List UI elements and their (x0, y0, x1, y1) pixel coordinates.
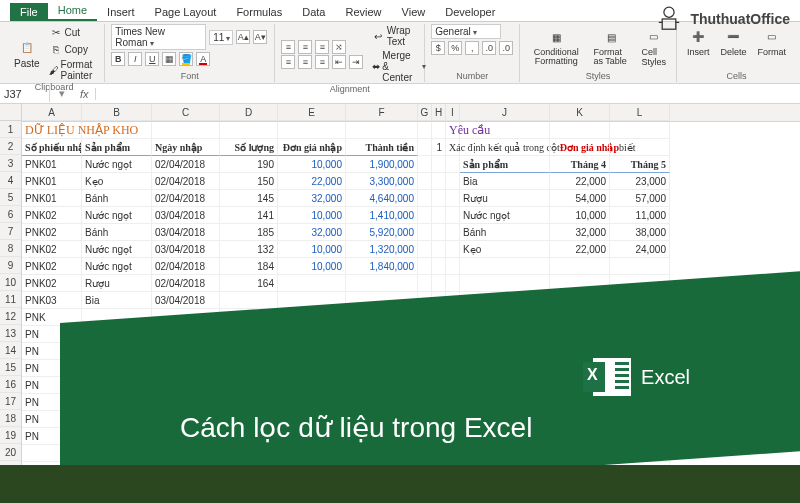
col-H[interactable]: H (432, 104, 446, 121)
cell[interactable] (346, 275, 418, 292)
cell[interactable] (460, 326, 550, 343)
cell[interactable] (432, 428, 446, 445)
cell[interactable]: Xác định kết quả trong cột Đơn giá nhập … (446, 139, 460, 156)
cell[interactable] (418, 139, 432, 156)
cell[interactable]: 02/04/2018 (152, 156, 220, 173)
cell[interactable] (346, 411, 418, 428)
cell[interactable]: 145 (220, 190, 278, 207)
cell[interactable] (432, 258, 446, 275)
cell[interactable] (460, 275, 550, 292)
row-16[interactable]: 16 (0, 376, 21, 393)
cell[interactable] (432, 224, 446, 241)
cut-button[interactable]: ✂Cut (47, 24, 99, 40)
cell[interactable] (278, 326, 346, 343)
cell[interactable]: 32,000 (278, 224, 346, 241)
cell[interactable]: Đơn giá nhập (278, 139, 346, 156)
cell[interactable] (446, 207, 460, 224)
cell[interactable]: 4,640,000 (346, 190, 418, 207)
cell[interactable]: 1,320,000 (346, 241, 418, 258)
cell[interactable]: 10,000 (278, 156, 346, 173)
cell[interactable] (418, 326, 432, 343)
orientation-button[interactable]: ⤭ (332, 40, 346, 54)
cell[interactable] (22, 445, 82, 462)
row-13[interactable]: 13 (0, 325, 21, 342)
cell[interactable] (22, 462, 82, 479)
cell[interactable] (220, 122, 278, 139)
cell[interactable] (460, 309, 550, 326)
row-10[interactable]: 10 (0, 274, 21, 291)
cell[interactable] (82, 428, 152, 445)
cell[interactable] (152, 428, 220, 445)
cell[interactable] (418, 173, 432, 190)
cell[interactable] (418, 292, 432, 309)
cell[interactable] (446, 394, 460, 411)
cell[interactable]: PNK (22, 309, 82, 326)
cell[interactable] (460, 343, 550, 360)
cell[interactable] (82, 343, 152, 360)
cell[interactable]: Bia (460, 173, 550, 190)
cell[interactable]: 03/04/2018 (152, 241, 220, 258)
cell[interactable] (346, 122, 418, 139)
cell[interactable] (446, 258, 460, 275)
row-9[interactable]: 9 (0, 257, 21, 274)
cell[interactable] (460, 428, 550, 445)
cell[interactable] (550, 360, 610, 377)
cell[interactable] (346, 292, 418, 309)
cell[interactable] (550, 292, 610, 309)
tab-file[interactable]: File (10, 3, 48, 21)
tab-formulas[interactable]: Formulas (226, 3, 292, 21)
row-11[interactable]: 11 (0, 291, 21, 308)
cell[interactable] (418, 445, 432, 462)
conditional-formatting-button[interactable]: ▦Conditional Formatting (526, 25, 586, 68)
row-21[interactable]: 21 (0, 461, 21, 478)
cell[interactable] (278, 445, 346, 462)
cell[interactable] (152, 122, 220, 139)
cell[interactable]: 02/04/2018 (152, 275, 220, 292)
fx-button[interactable]: fx (74, 88, 96, 100)
cell[interactable] (432, 241, 446, 258)
cell[interactable] (610, 411, 670, 428)
tab-review[interactable]: Review (335, 3, 391, 21)
grow-font-button[interactable]: A▴ (236, 30, 250, 44)
cell[interactable] (610, 258, 670, 275)
cell[interactable] (278, 122, 346, 139)
cell[interactable]: 10,000 (550, 207, 610, 224)
comma-button[interactable]: , (465, 41, 479, 55)
cell[interactable]: Yêu cầu (446, 122, 460, 139)
tab-home[interactable]: Home (48, 1, 97, 21)
cell[interactable]: Bia (82, 292, 152, 309)
cell[interactable]: 22,000 (550, 241, 610, 258)
cell[interactable]: PNK01 (22, 190, 82, 207)
cell[interactable] (278, 343, 346, 360)
cell[interactable]: 03/04/2018 (152, 224, 220, 241)
cell[interactable] (220, 326, 278, 343)
tab-page-layout[interactable]: Page Layout (145, 3, 227, 21)
cell[interactable] (610, 292, 670, 309)
cell[interactable] (432, 122, 446, 139)
row-19[interactable]: 19 (0, 427, 21, 444)
cell[interactable] (610, 428, 670, 445)
cell[interactable]: 1,900,000 (346, 156, 418, 173)
name-box-drop[interactable]: ▾ (50, 87, 74, 100)
cell[interactable] (418, 411, 432, 428)
cell[interactable]: Số phiếu nhập (22, 139, 82, 156)
currency-button[interactable]: $ (431, 41, 445, 55)
cell[interactable] (446, 343, 460, 360)
cell[interactable] (432, 207, 446, 224)
cell[interactable]: PN (22, 343, 82, 360)
cell[interactable]: 10,000 (278, 241, 346, 258)
cell[interactable] (610, 462, 670, 479)
cell[interactable] (432, 462, 446, 479)
cell[interactable] (446, 224, 460, 241)
row-15[interactable]: 15 (0, 359, 21, 376)
cell[interactable] (82, 411, 152, 428)
cell[interactable] (82, 360, 152, 377)
cell[interactable] (346, 394, 418, 411)
cell[interactable] (418, 360, 432, 377)
cell[interactable] (610, 394, 670, 411)
cell[interactable]: Nước ngọt (82, 156, 152, 173)
cell[interactable] (278, 292, 346, 309)
cell[interactable]: PNK01 (22, 173, 82, 190)
cell[interactable]: Kẹo (460, 241, 550, 258)
cell[interactable] (446, 462, 460, 479)
